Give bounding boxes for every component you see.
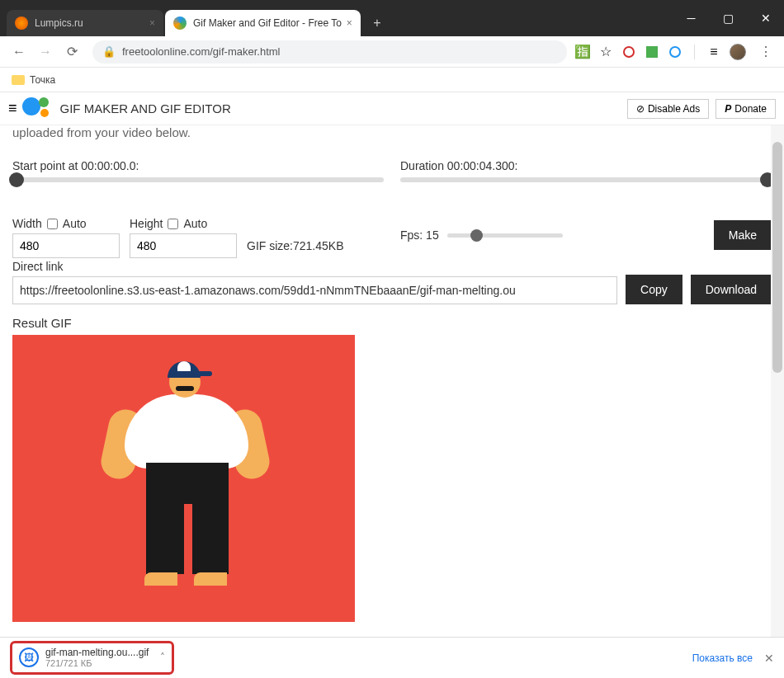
close-downloads-icon[interactable]: ✕ — [764, 652, 774, 665]
width-input[interactable] — [12, 233, 120, 258]
menu-icon[interactable]: ≡ — [8, 100, 17, 117]
download-button[interactable]: Download — [691, 275, 772, 304]
minimize-button[interactable]: ─ — [673, 0, 710, 36]
favicon-icon — [15, 16, 28, 30]
back-button[interactable]: ← — [7, 40, 31, 64]
file-icon: 🖼 — [19, 647, 39, 667]
window-controls: ─ ▢ ✕ — [673, 0, 784, 36]
app-title: GIF MAKER AND GIF EDITOR — [60, 101, 231, 115]
bookmark-folder[interactable]: Точка — [12, 74, 55, 86]
duration-slider[interactable] — [400, 177, 772, 182]
logo-icon — [24, 97, 54, 120]
scrollbar-thumb[interactable] — [772, 142, 782, 373]
translate-icon[interactable]: 🈯 — [575, 45, 590, 59]
width-label: Width — [12, 217, 42, 230]
block-icon: ⊘ — [636, 103, 645, 115]
intro-text: uploaded from your video below. — [12, 125, 772, 139]
auto-label: Auto — [183, 217, 207, 230]
tab-title: Lumpics.ru — [35, 17, 144, 29]
width-auto-checkbox[interactable] — [47, 219, 58, 229]
result-gif-image — [12, 335, 355, 622]
auto-label: Auto — [63, 217, 87, 230]
menu-button[interactable]: ⋮ — [754, 44, 777, 59]
extension-icon[interactable] — [668, 45, 682, 59]
vertical-scrollbar[interactable] — [771, 125, 784, 637]
maximize-button[interactable]: ▢ — [710, 0, 747, 36]
close-button[interactable]: ✕ — [747, 0, 784, 36]
slider-thumb[interactable] — [9, 172, 24, 187]
duration-label: Duration 00:00:04.300: — [400, 159, 772, 172]
forward-button[interactable]: → — [33, 40, 58, 64]
bookmarks-bar: Точка — [0, 68, 784, 92]
height-auto-checkbox[interactable] — [168, 219, 178, 229]
profile-avatar[interactable] — [730, 44, 746, 60]
donate-button[interactable]: P Donate — [716, 99, 776, 119]
reading-list-icon[interactable]: ≡ — [706, 45, 721, 59]
star-icon[interactable]: ☆ — [598, 45, 613, 59]
address-bar[interactable]: 🔒 freetoolonline.com/gif-maker.html — [92, 40, 567, 64]
download-filename: gif-man-melting.ou....gif — [45, 647, 149, 658]
download-bar: 🖼 gif-man-melting.ou....gif 721/721 КБ ˄… — [0, 637, 784, 678]
height-label: Height — [130, 217, 163, 230]
bookmark-label: Точка — [30, 74, 55, 86]
browser-toolbar: ← → ⟳ 🔒 freetoolonline.com/gif-maker.htm… — [0, 36, 784, 68]
lock-icon: 🔒 — [102, 45, 116, 58]
download-size: 721/721 КБ — [45, 658, 149, 669]
folder-icon — [12, 75, 25, 85]
gif-size-text: GIF size:721.45KB — [247, 239, 344, 258]
slider-thumb[interactable] — [470, 229, 483, 242]
page-content: uploaded from your video below. Start po… — [0, 125, 784, 637]
direct-link-label: Direct link — [12, 260, 617, 273]
height-input[interactable] — [130, 233, 237, 258]
make-button[interactable]: Make — [714, 220, 772, 250]
new-tab-button[interactable]: + — [366, 12, 389, 35]
favicon-icon — [173, 16, 187, 30]
download-item[interactable]: 🖼 gif-man-melting.ou....gif 721/721 КБ ˄ — [10, 641, 174, 676]
reload-button[interactable]: ⟳ — [59, 40, 84, 64]
chevron-up-icon[interactable]: ˄ — [160, 652, 165, 663]
show-all-downloads[interactable]: Показать все — [692, 652, 753, 664]
extension-icons: 🈯 ☆ ≡ ⋮ — [575, 44, 777, 60]
paypal-icon: P — [725, 103, 731, 115]
tab-lumpics[interactable]: Lumpics.ru × — [7, 10, 163, 36]
app-header: ≡ GIF MAKER AND GIF EDITOR ⊘ Disable Ads… — [0, 92, 784, 125]
fps-label: Fps: 15 — [400, 228, 439, 242]
tab-close-icon[interactable]: × — [347, 17, 352, 29]
url-text: freetoolonline.com/gif-maker.html — [122, 45, 280, 58]
window-titlebar: Lumpics.ru × Gif Maker and Gif Editor - … — [0, 0, 784, 36]
tab-title: Gif Maker and Gif Editor - Free To — [193, 17, 342, 29]
direct-link-input[interactable]: https://freetoolonline.s3.us-east-1.amaz… — [12, 276, 617, 304]
tab-gifmaker[interactable]: Gif Maker and Gif Editor - Free To × — [165, 10, 361, 36]
tab-close-icon[interactable]: × — [149, 17, 155, 29]
disable-ads-button[interactable]: ⊘ Disable Ads — [627, 99, 709, 119]
extension-icon[interactable] — [645, 45, 659, 59]
copy-button[interactable]: Copy — [626, 275, 682, 304]
start-point-slider[interactable] — [12, 177, 384, 182]
result-gif-label: Result GIF — [12, 316, 772, 330]
tab-strip: Lumpics.ru × Gif Maker and Gif Editor - … — [0, 0, 673, 36]
extension-icon[interactable] — [621, 45, 636, 59]
divider — [694, 45, 695, 59]
fps-slider[interactable] — [447, 233, 563, 238]
start-point-label: Start point at 00:00:00.0: — [12, 159, 384, 172]
